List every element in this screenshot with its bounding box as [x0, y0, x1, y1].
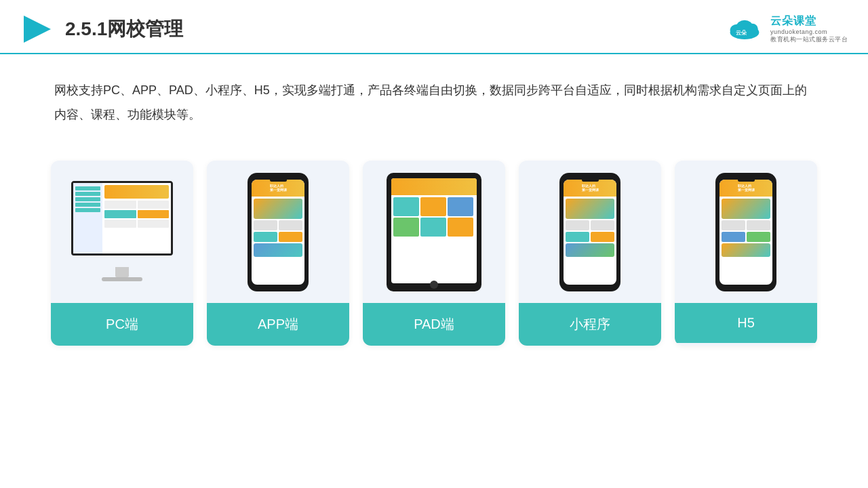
tablet-block1 [393, 197, 419, 216]
pc-image-area [51, 161, 193, 303]
phone-screen-header: 职达人的第一堂网课 [252, 180, 304, 197]
mini-item1 [566, 220, 589, 230]
mini-card1 [566, 199, 614, 219]
phone-card2 [254, 243, 302, 257]
card-pc: PC端 [51, 161, 193, 346]
app-label: APP端 [207, 303, 349, 346]
monitor-stand [115, 267, 129, 277]
phone-screen-header-mini: 职达人的第一堂网课 [564, 180, 616, 197]
h5-label: H5 [675, 303, 817, 343]
app-image-area: 职达人的第一堂网课 [207, 161, 349, 303]
description-paragraph: 网校支持PC、APP、PAD、小程序、H5，实现多端打通，产品各终端自由切换，数… [54, 78, 814, 127]
pc-label: PC端 [51, 303, 193, 346]
phone-screen-header-h5: 职达人的第一堂网课 [719, 180, 772, 197]
phone-screen-app: 职达人的第一堂网课 [252, 180, 304, 285]
h5-item1 [722, 220, 745, 230]
tablet-block3 [448, 197, 473, 216]
phone-card1 [254, 199, 302, 219]
mini-item2 [591, 220, 614, 230]
monitor-mockup [64, 174, 180, 289]
page-header: 2.5.1网校管理 云朵 云朵课堂 yunduoketang.com 教育机构一… [0, 0, 868, 54]
tablet-home-btn [430, 281, 438, 289]
phone-screen-content-h5 [719, 197, 772, 260]
phone-notch-mini [582, 178, 599, 182]
pad-label: PAD端 [363, 303, 505, 346]
h5-card1 [722, 199, 770, 219]
play-icon [20, 12, 54, 46]
h5-item3 [722, 232, 745, 242]
mini-card2 [566, 243, 614, 257]
mini-item3 [566, 232, 589, 242]
svg-marker-0 [24, 16, 51, 43]
monitor-base [102, 277, 142, 281]
phone-notch-h5 [738, 178, 755, 182]
h5-item4 [747, 232, 770, 242]
card-app: 职达人的第一堂网课 APP端 [207, 161, 349, 346]
tablet-header [391, 178, 477, 195]
h5-item2 [747, 220, 770, 230]
card-pad: PAD端 [363, 161, 505, 346]
phone-item4 [279, 232, 302, 242]
mini-item4 [591, 232, 614, 242]
pad-image-area [363, 161, 505, 303]
phone-screen-content-mini [564, 197, 616, 260]
tablet-content [391, 195, 477, 239]
tablet-block6 [448, 218, 473, 237]
logo-icon: 云朵 [724, 16, 765, 43]
phone-mockup-h5: 职达人的第一堂网课 [715, 173, 776, 291]
phone-notch [270, 178, 287, 182]
header-left: 2.5.1网校管理 [20, 12, 183, 46]
phone-mockup-app: 职达人的第一堂网课 [248, 173, 309, 291]
phone-screen-mini: 职达人的第一堂网课 [564, 180, 616, 285]
tablet-block4 [393, 218, 419, 237]
card-h5: 职达人的第一堂网课 H5 [675, 161, 817, 346]
phone-screen-h5: 职达人的第一堂网课 [719, 180, 772, 285]
tablet-block5 [420, 218, 446, 237]
svg-text:云朵: 云朵 [736, 30, 747, 36]
monitor-screen [71, 181, 173, 256]
cards-container: PC端 职达人的第一堂网课 [0, 147, 868, 359]
phone-item2 [279, 220, 302, 230]
tablet-mockup [387, 173, 481, 291]
miniprogram-image-area: 职达人的第一堂网课 [519, 161, 661, 303]
description-text: 网校支持PC、APP、PAD、小程序、H5，实现多端打通，产品各终端自由切换，数… [0, 54, 868, 140]
h5-image-area: 职达人的第一堂网课 [675, 161, 817, 303]
phone-item1 [254, 220, 277, 230]
logo-name: 云朵课堂 [770, 14, 816, 28]
logo-tagline: 教育机构一站式服务云平台 [770, 35, 848, 44]
logo-area: 云朵 云朵课堂 yunduoketang.com 教育机构一站式服务云平台 [724, 14, 848, 44]
phone-mockup-mini: 职达人的第一堂网课 [559, 173, 620, 291]
phone-item3 [254, 232, 277, 242]
miniprogram-label: 小程序 [519, 303, 661, 346]
card-miniprogram: 职达人的第一堂网课 小程序 [519, 161, 661, 346]
phone-screen-content [252, 197, 304, 260]
tablet-screen [391, 178, 477, 283]
logo-text: 云朵课堂 yunduoketang.com 教育机构一站式服务云平台 [770, 14, 848, 44]
tablet-block2 [420, 197, 446, 216]
page-title: 2.5.1网校管理 [65, 16, 183, 42]
h5-card2 [722, 243, 770, 257]
logo-url: yunduoketang.com [770, 28, 827, 35]
